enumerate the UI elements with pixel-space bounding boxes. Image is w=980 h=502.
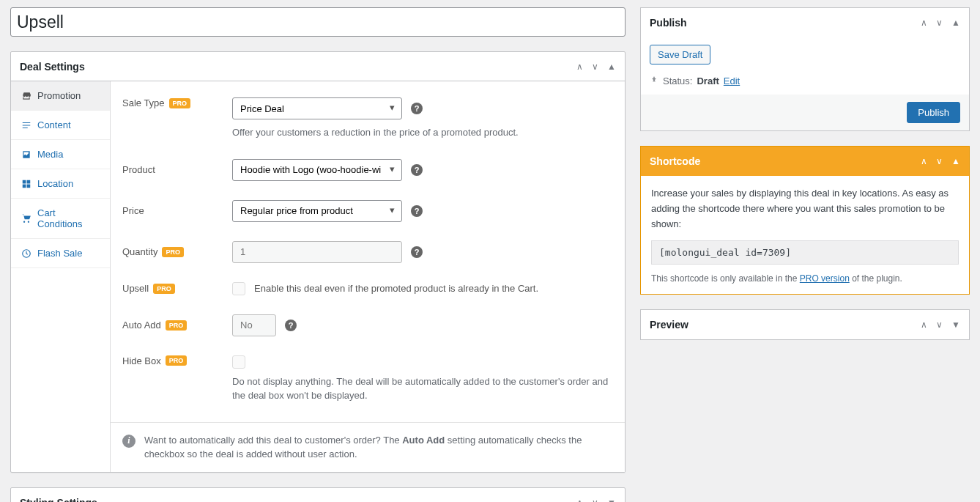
hidebox-checkbox[interactable]	[232, 355, 245, 369]
tab-location[interactable]: Location	[11, 169, 110, 199]
sale-type-label: Sale Type	[122, 97, 165, 108]
pro-version-link[interactable]: PRO version	[800, 273, 850, 284]
lines-icon	[21, 120, 31, 130]
move-up-icon[interactable]: ∧	[921, 320, 927, 330]
publish-button[interactable]: Publish	[907, 102, 960, 123]
help-icon[interactable]: ?	[411, 205, 423, 217]
tab-label: Cart Conditions	[37, 207, 100, 229]
styling-settings-box: Styling Settings ∧ ∨ ▼	[10, 487, 626, 502]
pro-badge: PRO	[153, 284, 175, 294]
preview-header: Preview ∧ ∨ ▼	[641, 310, 969, 339]
publish-header: Publish ∧ ∨ ▲	[641, 8, 969, 37]
sale-type-select[interactable]: Price Deal	[232, 97, 402, 119]
toggle-icon[interactable]: ▲	[951, 156, 960, 166]
tab-label: Location	[37, 178, 73, 189]
price-select[interactable]: Regular price from product	[232, 200, 402, 222]
settings-tabs: Promotion Content Media	[11, 81, 111, 472]
shortcode-note: This shortcode is only available in the …	[651, 273, 959, 284]
tab-content[interactable]: Content	[11, 111, 110, 140]
help-icon[interactable]: ?	[411, 103, 423, 114]
pro-badge: PRO	[169, 98, 191, 108]
upsell-checkbox[interactable]	[232, 282, 245, 295]
store-icon	[21, 91, 31, 101]
tab-flash-sale[interactable]: Flash Sale	[11, 239, 110, 268]
toggle-icon[interactable]: ▲	[951, 18, 960, 28]
help-icon[interactable]: ?	[285, 320, 297, 331]
publish-box: Publish ∧ ∨ ▲ Save Draft Status: Draft E…	[640, 7, 970, 131]
deal-settings-box: Deal Settings ∧ ∨ ▲ Promotion	[10, 51, 626, 473]
hidebox-desc: Do not display anything. The deal will b…	[232, 374, 613, 403]
move-down-icon[interactable]: ∨	[592, 498, 598, 502]
help-icon[interactable]: ?	[411, 246, 423, 258]
upsell-desc: Enable this deal even if the promoted pr…	[254, 283, 538, 294]
tab-promotion[interactable]: Promotion	[11, 81, 110, 111]
move-down-icon[interactable]: ∨	[592, 62, 598, 72]
toggle-icon[interactable]: ▼	[607, 498, 616, 502]
pro-badge: PRO	[166, 355, 188, 366]
move-up-icon[interactable]: ∧	[921, 18, 927, 28]
pro-badge: PRO	[166, 320, 188, 331]
toggle-icon[interactable]: ▲	[607, 62, 616, 72]
styling-settings-header: Styling Settings ∧ ∨ ▼	[11, 488, 625, 502]
cart-icon	[21, 213, 31, 224]
deal-settings-header: Deal Settings ∧ ∨ ▲	[11, 52, 625, 81]
shortcode-desc: Increase your sales by displaying this d…	[651, 186, 959, 232]
move-up-icon[interactable]: ∧	[576, 62, 583, 72]
styling-settings-title: Styling Settings	[20, 497, 576, 502]
tab-media[interactable]: Media	[11, 140, 110, 169]
grid-icon	[21, 179, 31, 189]
move-down-icon[interactable]: ∨	[936, 156, 943, 166]
autoadd-label: Auto Add	[122, 320, 161, 331]
hidebox-label: Hide Box	[122, 355, 161, 366]
promotion-panel: Sale Type PRO Price Deal ? Offer your cu…	[111, 81, 625, 472]
preview-title: Preview	[650, 319, 921, 331]
status-label: Status:	[663, 75, 692, 86]
tab-label: Flash Sale	[37, 248, 82, 259]
tab-cart-conditions[interactable]: Cart Conditions	[11, 199, 110, 239]
info-text: Want to automatically add this deal to c…	[144, 433, 613, 462]
publish-title: Publish	[650, 17, 921, 29]
tab-label: Promotion	[37, 90, 81, 101]
quantity-label: Quantity	[122, 246, 157, 257]
deal-settings-title: Deal Settings	[20, 61, 576, 73]
move-up-icon[interactable]: ∧	[921, 156, 927, 166]
clock-icon	[21, 248, 31, 259]
media-icon	[21, 150, 31, 160]
tab-label: Content	[37, 119, 71, 130]
save-draft-button[interactable]: Save Draft	[650, 45, 710, 64]
move-up-icon[interactable]: ∧	[576, 498, 583, 502]
sale-type-desc: Offer your customers a reduction in the …	[232, 125, 613, 140]
upsell-label: Upsell	[122, 283, 149, 294]
move-down-icon[interactable]: ∨	[936, 320, 943, 330]
shortcode-header: Shortcode ∧ ∨ ▲	[641, 147, 969, 176]
tab-label: Media	[37, 149, 63, 160]
edit-status-link[interactable]: Edit	[724, 75, 740, 86]
shortcode-code[interactable]: [molongui_deal id=7309]	[651, 240, 959, 265]
title-input-wrapper	[10, 7, 626, 37]
help-icon[interactable]: ?	[411, 164, 423, 176]
price-label: Price	[122, 205, 144, 216]
pin-icon	[650, 75, 658, 87]
quantity-input[interactable]	[232, 241, 402, 263]
autoadd-input[interactable]	[232, 314, 276, 336]
toggle-icon[interactable]: ▼	[951, 320, 960, 330]
product-select[interactable]: Hoodie with Logo (woo-hoodie-wit...	[232, 159, 402, 181]
product-label: Product	[122, 164, 155, 175]
shortcode-title: Shortcode	[650, 155, 921, 167]
preview-box: Preview ∧ ∨ ▼	[640, 309, 970, 340]
shortcode-box: Shortcode ∧ ∨ ▲ Increase your sales by d…	[640, 146, 970, 295]
status-value: Draft	[697, 75, 719, 86]
move-down-icon[interactable]: ∨	[936, 18, 943, 28]
info-icon: i	[122, 435, 136, 448]
pro-badge: PRO	[162, 247, 184, 257]
post-title-input[interactable]	[17, 10, 619, 34]
